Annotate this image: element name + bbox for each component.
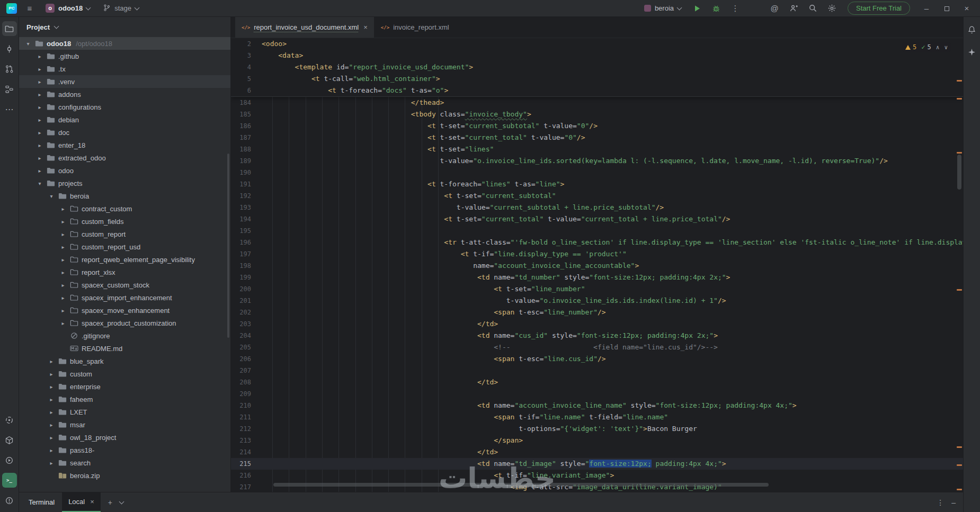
tree-item-blue-spark[interactable]: ▸blue_spark: [19, 355, 230, 367]
project-tool-icon[interactable]: [2, 21, 17, 36]
tree-item-search[interactable]: ▸search: [19, 456, 230, 469]
tree-item-projects[interactable]: ▾projects: [19, 177, 230, 190]
debug-button[interactable]: [710, 2, 723, 15]
start-free-trial-button[interactable]: Start Free Trial: [848, 2, 910, 15]
project-selector[interactable]: o odoo18: [42, 2, 93, 14]
chevron-right-icon[interactable]: ▸: [59, 206, 67, 212]
chevron-right-icon[interactable]: ▸: [36, 66, 43, 72]
run-config-selector[interactable]: beroia: [641, 3, 684, 14]
code-line-189[interactable]: 189t-value="o.invoice_line_ids.sorted(ke…: [231, 155, 963, 167]
chevron-right-icon[interactable]: ▸: [59, 282, 67, 288]
chevron-right-icon[interactable]: ▸: [36, 53, 43, 59]
tree-item-odoo[interactable]: ▸odoo: [19, 164, 230, 177]
code-line-202[interactable]: 202<span t-esc="line_number"/>: [231, 307, 963, 318]
tree-item-spacex-custom-stock[interactable]: ▸spacex_custom_stock: [19, 279, 230, 291]
code-line-196[interactable]: 196<tr t-att-class="'fw-bold o_line_sect…: [231, 237, 963, 248]
code-line-185[interactable]: 185<tbody class="invoice_tbody">: [231, 109, 963, 120]
chevron-right-icon[interactable]: ▸: [59, 308, 67, 313]
chevron-down-icon[interactable]: ▾: [24, 41, 32, 47]
tree-item-odoo18[interactable]: ▾odoo18 /opt/odoo18: [19, 37, 230, 50]
tree-item-beroia[interactable]: ▾beroia: [19, 190, 230, 202]
tree-item-report-xlsx[interactable]: ▸report_xlsx: [19, 266, 230, 279]
code-line-205[interactable]: 205<!-- <field name="line.cus_id"/>-->: [231, 342, 963, 353]
notifications-icon[interactable]: [965, 22, 979, 37]
code-line-215[interactable]: 215<td name="td_image" style="font-size:…: [231, 458, 963, 470]
code-line-216[interactable]: 216<t t-if="line.variant_image">: [231, 470, 963, 481]
tree-item--gitignore[interactable]: .gitignore: [19, 329, 230, 342]
chevron-right-icon[interactable]: ▸: [59, 244, 67, 250]
code-line-199[interactable]: 199<td name="td_number" style="font-size…: [231, 272, 963, 283]
code-line-4[interactable]: 4<template id="report_invoice_usd_docume…: [231, 61, 963, 73]
code-line-206[interactable]: 206<span t-esc="line.cus_id"/>: [231, 353, 963, 365]
tree-item-debian[interactable]: ▸debian: [19, 113, 230, 126]
terminal-title[interactable]: Terminal: [29, 498, 55, 506]
chevron-right-icon[interactable]: ▸: [59, 270, 67, 275]
code-line-5[interactable]: 5<t t-call="web.html_container">: [231, 73, 963, 85]
code-line-209[interactable]: 209: [231, 388, 963, 400]
run-dashboard-tool-icon[interactable]: [2, 453, 17, 468]
search-everywhere-icon[interactable]: [806, 2, 819, 15]
inspection-widget[interactable]: 5 ✓ 5 ∧ ∨: [902, 42, 951, 52]
chevron-right-icon[interactable]: ▸: [59, 219, 67, 224]
settings-icon[interactable]: [825, 2, 838, 15]
tree-item-doc[interactable]: ▸doc: [19, 126, 230, 139]
tree-item-owl-18-project[interactable]: ▸owl_18_project: [19, 431, 230, 444]
chevron-right-icon[interactable]: ▸: [59, 257, 67, 263]
chevron-right-icon[interactable]: ▸: [36, 142, 43, 148]
tree-item-beroia-zip[interactable]: beroia.zip: [19, 469, 230, 482]
chevron-right-icon[interactable]: ▸: [48, 447, 55, 453]
code-line-188[interactable]: 188<t t-set="lines": [231, 143, 963, 155]
code-line-187[interactable]: 187<t t-set="current_total" t-value="0"/…: [231, 132, 963, 143]
ai-assistant-icon[interactable]: @: [768, 2, 781, 15]
code-line-193[interactable]: 193t-value="current_subtotal + line.pric…: [231, 202, 963, 213]
close-tab-icon[interactable]: ×: [363, 23, 368, 31]
chevron-right-icon[interactable]: ▸: [59, 295, 67, 301]
vertical-scrollbar[interactable]: [957, 155, 961, 190]
chevron-right-icon[interactable]: ▸: [59, 320, 67, 326]
chevron-right-icon[interactable]: ▸: [36, 168, 43, 174]
code-line-6[interactable]: 6<t t-foreach="docs" t-as="o">: [231, 85, 963, 96]
chevron-right-icon[interactable]: ▸: [48, 460, 55, 466]
more-actions-icon[interactable]: ⋮: [729, 2, 742, 15]
tree-item-contract-custom[interactable]: ▸contract_custom: [19, 202, 230, 215]
tree-item-addons[interactable]: ▸addons: [19, 88, 230, 101]
terminal-more-icon[interactable]: ⋮: [937, 498, 944, 507]
editor-tab[interactable]: </>invoice_report.xml: [375, 17, 456, 38]
chevron-right-icon[interactable]: ▸: [36, 155, 43, 161]
main-menu-icon[interactable]: ≡: [23, 2, 36, 15]
tree-item-spacex-import-enhancement[interactable]: ▸spacex_import_enhancement: [19, 291, 230, 304]
chevron-right-icon[interactable]: ▸: [48, 397, 55, 402]
tree-item-pass18-[interactable]: ▸pass18-: [19, 444, 230, 456]
tree-item-custom-fields[interactable]: ▸custom_fields: [19, 215, 230, 228]
code-line-203[interactable]: 203</td>: [231, 318, 963, 330]
more-tools-icon[interactable]: ⋯: [2, 102, 17, 116]
editor-tab[interactable]: </>report_invoice_usd_document.xml×: [235, 17, 375, 38]
tree-item-custom-report-usd[interactable]: ▸custom_report_usd: [19, 240, 230, 253]
tree-item--venv[interactable]: ▸.venv: [19, 75, 230, 88]
tree-item--github[interactable]: ▸.github: [19, 50, 230, 62]
chevron-right-icon[interactable]: ▸: [48, 435, 55, 441]
code-line-195[interactable]: 195: [231, 225, 963, 237]
code-editor[interactable]: 2<odoo>3<data>4<template id="report_invo…: [231, 38, 963, 492]
chevron-right-icon[interactable]: ▸: [36, 117, 43, 123]
chevron-right-icon[interactable]: ▸: [59, 231, 67, 237]
code-line-210[interactable]: 210<td name="account_invoice_line_name" …: [231, 400, 963, 411]
code-line-213[interactable]: 213</span>: [231, 435, 963, 446]
tree-item-configurations[interactable]: ▸configurations: [19, 101, 230, 113]
tree-item-report-qweb-element-page-visibility[interactable]: ▸report_qweb_element_page_visibility: [19, 253, 230, 266]
terminal-tool-icon[interactable]: >_: [2, 473, 17, 488]
terminal-tab-local[interactable]: Local ×: [62, 492, 101, 512]
tree-item-faheem[interactable]: ▸faheem: [19, 393, 230, 406]
code-line-208[interactable]: 208</td>: [231, 376, 963, 388]
structure-tool-icon[interactable]: [2, 82, 17, 96]
maximize-window-button[interactable]: [940, 4, 954, 13]
chevron-right-icon[interactable]: ▸: [36, 130, 43, 136]
branch-selector[interactable]: stage: [100, 2, 142, 15]
tree-item-lxet[interactable]: ▸LXET: [19, 406, 230, 418]
python-packages-tool-icon[interactable]: [2, 433, 17, 447]
chevron-right-icon[interactable]: ▸: [36, 104, 43, 110]
problems-tool-icon[interactable]: [2, 493, 17, 508]
next-problem-icon[interactable]: ∨: [944, 44, 948, 51]
new-terminal-session-icon[interactable]: +: [108, 498, 112, 507]
code-line-201[interactable]: 201t-value="o.invoice_line_ids.ids.index…: [231, 295, 963, 307]
